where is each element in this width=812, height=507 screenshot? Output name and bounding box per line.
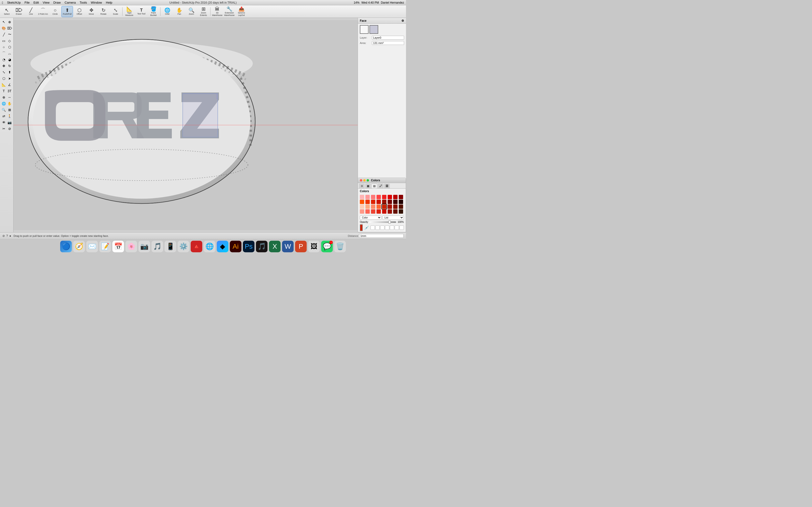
side-protractor[interactable]: ∠ bbox=[7, 82, 12, 88]
entity-info-gear-icon[interactable]: ⚙ bbox=[401, 19, 404, 22]
side-pan[interactable]: ✋ bbox=[7, 101, 12, 107]
side-dimensions[interactable]: ↔ bbox=[7, 95, 12, 100]
dock-appstore[interactable]: 📱 bbox=[164, 241, 176, 252]
tool-pan[interactable]: ✋ Pan bbox=[173, 6, 185, 17]
color-cell[interactable] bbox=[382, 209, 387, 214]
tool-orbit[interactable]: 🌐 Orbit bbox=[161, 6, 173, 17]
menu-draw[interactable]: Draw bbox=[52, 1, 62, 4]
side-section-2[interactable]: ⊘ bbox=[7, 126, 12, 131]
selected-color-swatch[interactable] bbox=[360, 224, 363, 231]
tool-zoom[interactable]: 🔍 Zoom bbox=[186, 6, 197, 17]
side-rotate[interactable]: ↻ bbox=[7, 63, 12, 69]
color-cell[interactable] bbox=[388, 209, 392, 214]
color-cell[interactable] bbox=[371, 195, 375, 199]
color-cell[interactable] bbox=[360, 200, 364, 204]
side-move[interactable]: ✥ bbox=[1, 63, 7, 69]
dock-photoshop[interactable]: Ps bbox=[243, 241, 254, 252]
viewport[interactable] bbox=[13, 18, 358, 232]
status-icon-3[interactable]: ● bbox=[9, 234, 11, 237]
dock-trash[interactable]: 🗑️ bbox=[334, 241, 346, 252]
tool-3dwarehouse[interactable]: 🏛 3D Warehouse bbox=[211, 6, 223, 17]
tool-move[interactable]: ✥ Move bbox=[86, 6, 97, 17]
side-line[interactable]: ╱ bbox=[1, 32, 7, 38]
tool-pushpull[interactable]: ⬆ Push/Pull bbox=[61, 6, 73, 17]
side-arc[interactable]: ⌒ bbox=[1, 50, 7, 56]
side-axes[interactable]: ⊕ bbox=[1, 95, 7, 100]
white-swatch-2[interactable] bbox=[375, 225, 379, 230]
tool-2pt-arc[interactable]: ⌒ 2 Point Arc bbox=[37, 6, 49, 17]
dock-spotify[interactable]: 🎵 bbox=[256, 241, 267, 252]
tool-rotate[interactable]: ↻ Rotate bbox=[98, 6, 109, 17]
side-orbit[interactable]: 🌐 bbox=[1, 101, 7, 107]
side-position[interactable]: 📷 bbox=[7, 119, 12, 125]
color-cell[interactable] bbox=[365, 205, 370, 209]
status-icon-2[interactable]: ? bbox=[6, 234, 8, 237]
side-pie[interactable]: ◔ bbox=[1, 57, 7, 62]
dock-notes[interactable]: 📝 bbox=[99, 241, 111, 252]
color-cell[interactable] bbox=[399, 195, 403, 199]
eyedropper-icon[interactable]: 💉 bbox=[364, 225, 369, 230]
color-cell[interactable] bbox=[388, 200, 392, 204]
side-eraser[interactable]: ⌦ bbox=[7, 25, 12, 31]
side-prev-next[interactable]: ⇄ bbox=[1, 113, 7, 119]
colors-dot-yellow[interactable] bbox=[363, 179, 366, 181]
dock-iphoto[interactable]: 📷 bbox=[139, 241, 150, 252]
menu-edit[interactable]: Edit bbox=[32, 1, 40, 4]
side-freehand[interactable]: 〜 bbox=[7, 32, 12, 38]
tool-select[interactable]: ↖ Select bbox=[1, 6, 12, 17]
apple-logo[interactable]:  bbox=[2, 1, 3, 5]
white-swatch-5[interactable] bbox=[390, 225, 394, 230]
layer-value[interactable]: Layer0 bbox=[372, 36, 404, 40]
dock-systemprefs[interactable]: ⚙️ bbox=[177, 241, 189, 252]
color-cell-selected[interactable] bbox=[382, 205, 387, 209]
color-cell[interactable] bbox=[393, 195, 398, 199]
menu-camera[interactable]: Camera bbox=[63, 1, 77, 4]
color-type-select[interactable]: Color bbox=[360, 216, 382, 220]
side-circle[interactable]: ○ bbox=[1, 44, 7, 50]
white-swatch-1[interactable] bbox=[370, 225, 375, 230]
tool-eraser[interactable]: ⌦ Eraser bbox=[13, 6, 24, 17]
side-polygon[interactable]: ⬡ bbox=[7, 44, 12, 50]
color-list-select[interactable]: List bbox=[382, 216, 404, 220]
dock-calendar[interactable]: 📅 bbox=[112, 241, 124, 252]
side-look-around[interactable]: 👁 bbox=[1, 119, 7, 125]
menu-window[interactable]: Window bbox=[89, 1, 103, 4]
menu-file[interactable]: File bbox=[23, 1, 31, 4]
side-followme[interactable]: ➤ bbox=[7, 75, 12, 81]
color-cell[interactable] bbox=[382, 200, 387, 204]
dock-illustrator[interactable]: Ai bbox=[230, 241, 242, 252]
color-cell[interactable] bbox=[360, 195, 364, 199]
side-rotated-rect[interactable]: ◇ bbox=[7, 38, 12, 44]
tool-paint[interactable]: 🪣 Paint Bucket bbox=[148, 6, 159, 17]
side-zoom[interactable]: 🔍 bbox=[1, 107, 7, 113]
tool-ext-warehouse[interactable]: 🔧 Extension Warehouse bbox=[223, 6, 235, 17]
side-3pt-arc[interactable]: ⌓ bbox=[7, 50, 12, 56]
dock-chrome[interactable]: 🌐 bbox=[204, 241, 215, 252]
colors-dot-red[interactable] bbox=[360, 179, 362, 181]
face-front-swatch[interactable] bbox=[360, 25, 368, 34]
side-walk[interactable]: 🚶 bbox=[7, 113, 12, 119]
side-pushpull[interactable]: ⬆ bbox=[7, 69, 12, 75]
tool-text[interactable]: T Text Tool bbox=[136, 6, 147, 17]
tool-tape[interactable]: 📐 Tape Measure bbox=[123, 6, 135, 17]
side-section[interactable]: ✂ bbox=[1, 126, 7, 131]
tool-circle[interactable]: ○ Circle bbox=[49, 6, 61, 17]
side-component-select[interactable]: ⊕ bbox=[7, 19, 12, 25]
color-cell[interactable] bbox=[371, 200, 375, 204]
white-swatch-3[interactable] bbox=[380, 225, 385, 230]
color-cell[interactable] bbox=[371, 209, 375, 214]
dock-powerpoint[interactable]: P bbox=[295, 241, 307, 252]
color-cell[interactable] bbox=[376, 205, 381, 209]
tool-send-layout[interactable]: 📤 Send to LayOut bbox=[236, 6, 247, 17]
color-cell[interactable] bbox=[365, 195, 370, 199]
status-icon-1[interactable]: ⊘ bbox=[2, 234, 5, 237]
color-cell[interactable] bbox=[376, 195, 381, 199]
menu-help[interactable]: Help bbox=[104, 1, 114, 4]
menu-view[interactable]: View bbox=[41, 1, 51, 4]
color-cell[interactable] bbox=[399, 209, 403, 214]
color-cell[interactable] bbox=[360, 209, 364, 214]
opacity-slider[interactable] bbox=[369, 221, 396, 223]
white-swatch-4[interactable] bbox=[385, 225, 389, 230]
side-tape[interactable]: 📐 bbox=[1, 82, 7, 88]
dock-sketchup[interactable]: ◆ bbox=[217, 241, 229, 252]
